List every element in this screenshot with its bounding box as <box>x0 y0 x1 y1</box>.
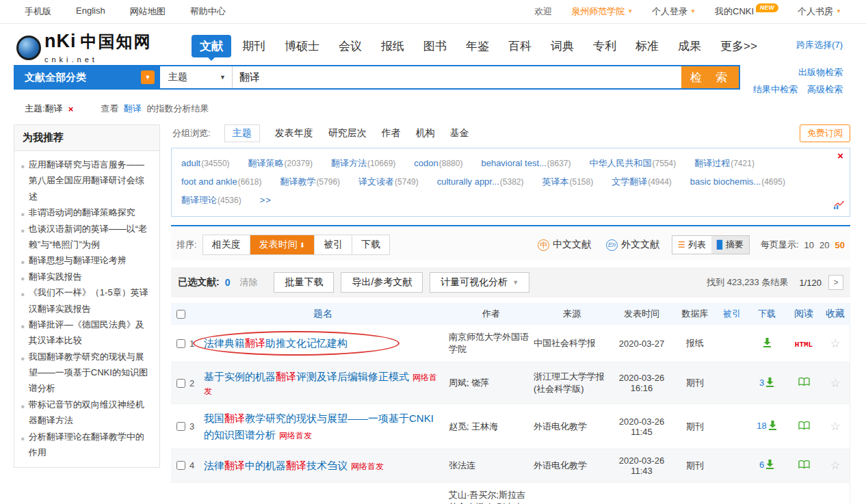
topic-tag[interactable]: 英译本(5158) <box>542 175 593 187</box>
group-tab-3[interactable]: 作者 <box>382 127 401 140</box>
recommend-item-link[interactable]: 《我们不一样》（1-5章）英译汉翻译实践报告 <box>29 284 153 317</box>
book-read-icon[interactable] <box>798 377 810 389</box>
nav-item-7[interactable]: 百科 <box>500 35 540 57</box>
source-link[interactable]: 外语电化教学 <box>534 460 587 470</box>
more-tags-link[interactable]: >> <box>260 195 272 205</box>
author-link[interactable]: 张法连 <box>449 460 475 470</box>
per-page-option-20[interactable]: 20 <box>819 240 829 250</box>
download-icon[interactable] <box>763 338 772 349</box>
topic-tag[interactable]: 翻译策略(20379) <box>248 157 313 168</box>
result-title-link[interactable]: 法律翻译中的机器翻译技术刍议 <box>204 460 347 471</box>
favorite-star-icon[interactable]: ☆ <box>830 420 840 433</box>
result-title-link[interactable]: 基于实例的机器翻译评测及译后编辑修正模式 <box>204 371 409 382</box>
recommend-item-link[interactable]: 翻译批评—《德国民法典》及其汉译本比较 <box>29 317 153 349</box>
category-chevron-down-icon[interactable]: ▼ <box>141 70 155 84</box>
chinese-docs-filter[interactable]: 中 中文文献 <box>538 239 591 251</box>
nav-item-0[interactable]: 文献 <box>192 35 231 57</box>
favorite-star-icon[interactable]: ☆ <box>830 459 840 472</box>
nav-item-12[interactable]: 更多>> <box>712 35 765 57</box>
group-tab-1[interactable]: 发表年度 <box>275 127 313 140</box>
sort-button-3[interactable]: 下载 <box>352 235 389 254</box>
topic-tag[interactable]: behavioral test...(8637) <box>481 157 570 168</box>
nav-item-2[interactable]: 博硕士 <box>276 35 328 57</box>
topic-tag[interactable]: 文学翻译(4944) <box>612 175 672 187</box>
author-link[interactable]: 周斌; 饶萍 <box>449 377 489 388</box>
recommend-item-link[interactable]: 也谈汉语新词的英译——以“老赖”与“艳照门”为例 <box>29 221 153 253</box>
source-link[interactable]: 浙江理工大学学报(社会科学版) <box>534 371 605 394</box>
cross-db-select-link[interactable]: 跨库选择(7) <box>796 31 843 51</box>
nav-item-11[interactable]: 成果 <box>670 35 709 57</box>
nav-item-4[interactable]: 报纸 <box>373 35 412 57</box>
topic-tag[interactable]: 译文读者(5749) <box>358 175 419 187</box>
index-chart-icon[interactable] <box>833 200 844 213</box>
search-button[interactable]: 检 索 <box>681 66 739 88</box>
favorite-star-icon[interactable]: ☆ <box>830 337 840 350</box>
topic-tag[interactable]: 中华人民共和国(7554) <box>590 157 677 168</box>
group-tab-5[interactable]: 基金 <box>450 127 469 140</box>
close-icon[interactable]: × <box>837 150 843 161</box>
clear-selection-link[interactable]: 清除 <box>239 276 257 289</box>
row-checkbox[interactable] <box>176 379 185 388</box>
author-link[interactable]: 艾山·吾买尔;斯拉吉艾合麦提·如则麦麦提;西热艾力·海热拉;刘文其; 吐尔根·依… <box>449 490 528 504</box>
nav-item-9[interactable]: 专利 <box>585 35 625 57</box>
search-field-select[interactable]: 主题 ▼ <box>160 66 233 88</box>
recommend-item-link[interactable]: 应用翻译研究与语言服务——第八届全国应用翻译研讨会综述 <box>29 157 153 204</box>
download-icon[interactable] <box>768 421 777 432</box>
topic-tag[interactable]: 翻译教学(5796) <box>280 175 340 187</box>
index-analysis-term-link[interactable]: 翻译 <box>124 103 142 114</box>
topic-tag[interactable]: 翻译理论(4536) <box>181 194 241 205</box>
topic-tag[interactable]: basic biochemis...(4695) <box>690 175 785 187</box>
nav-item-3[interactable]: 会议 <box>330 35 370 57</box>
select-all-checkbox[interactable] <box>176 310 185 319</box>
row-checkbox[interactable] <box>176 422 185 431</box>
metric-visualization-button[interactable]: 计量可视化分析 ▼ <box>430 272 529 293</box>
recommend-item-link[interactable]: 分析翻译理论在翻译教学中的作用 <box>29 429 153 461</box>
personal-login-menu[interactable]: 个人登录▼ <box>652 5 696 18</box>
recommend-item-link[interactable]: 翻译实践报告 <box>29 269 82 284</box>
source-link[interactable]: 中国社会科学报 <box>534 338 596 348</box>
personal-bookroom-menu[interactable]: 个人书房▼ <box>798 5 841 18</box>
html-read-link[interactable]: HTML <box>795 341 813 349</box>
sort-button-0[interactable]: 相关度 <box>203 235 250 254</box>
group-tab-4[interactable]: 机构 <box>416 127 435 140</box>
per-page-option-10[interactable]: 10 <box>804 240 814 250</box>
group-tab-0[interactable]: 主题 <box>224 124 260 142</box>
recommend-item-link[interactable]: 带标记音节的双向维汉神经机器翻译方法 <box>29 397 153 429</box>
remove-filter-icon[interactable]: × <box>68 104 74 114</box>
download-icon[interactable] <box>765 460 774 471</box>
topic-tag[interactable]: adult(34550) <box>181 157 230 168</box>
download-icon[interactable] <box>765 377 774 389</box>
category-dropdown[interactable]: 文献全部分类 ▼ <box>15 66 160 88</box>
topbar-link-0[interactable]: 手机版 <box>25 5 51 18</box>
search-input[interactable] <box>233 66 681 88</box>
nav-item-6[interactable]: 年鉴 <box>458 35 497 57</box>
nav-item-5[interactable]: 图书 <box>415 35 455 57</box>
topic-tag[interactable]: 翻译过程(7421) <box>694 157 755 168</box>
free-subscribe-button[interactable]: 免费订阅 <box>800 124 850 142</box>
nav-item-8[interactable]: 词典 <box>542 35 582 57</box>
recommend-item-link[interactable]: 我国翻译教学研究的现状与展望——一项基于CNKI的知识图谱分析 <box>29 349 153 397</box>
advanced-search-link[interactable]: 高级检索 <box>807 83 843 96</box>
nav-item-1[interactable]: 期刊 <box>234 35 274 57</box>
per-page-option-50[interactable]: 50 <box>835 240 845 250</box>
abstract-view-button[interactable]: ▉ 摘要 <box>711 236 749 254</box>
topbar-link-2[interactable]: 网站地图 <box>130 5 166 18</box>
topic-tag[interactable]: culturally appr...(5382) <box>437 175 524 187</box>
book-read-icon[interactable] <box>798 421 810 433</box>
foreign-docs-filter[interactable]: En 外文文献 <box>606 239 659 251</box>
nav-item-10[interactable]: 标准 <box>627 35 667 57</box>
topbar-link-1[interactable]: English <box>76 5 105 18</box>
cnki-logo[interactable]: nKi 中国知网 cnki.net <box>16 31 179 65</box>
export-references-button[interactable]: 导出/参考文献 <box>341 272 423 293</box>
author-link[interactable]: 赵觅; 王林海 <box>449 421 498 432</box>
sort-button-2[interactable]: 被引 <box>314 235 352 254</box>
row-checkbox[interactable] <box>176 339 185 348</box>
recommend-item-link[interactable]: 非谓语动词的翻译策略探究 <box>29 204 135 220</box>
publication-search-link[interactable]: 出版物检索 <box>798 66 843 79</box>
topic-tag[interactable]: foot and ankle(6618) <box>181 175 261 187</box>
result-title-link[interactable]: 法律典籍翻译助推文化记忆建构 <box>204 337 347 349</box>
result-title-link[interactable]: 我国翻译教学研究的现状与展望——一项基于CNKI的知识图谱分析 <box>204 412 434 440</box>
institution-menu[interactable]: 泉州师范学院▼ <box>571 5 633 18</box>
source-link[interactable]: 外语电化教学 <box>534 421 587 432</box>
my-cnki-link[interactable]: 我的CNKINEW <box>715 5 778 18</box>
